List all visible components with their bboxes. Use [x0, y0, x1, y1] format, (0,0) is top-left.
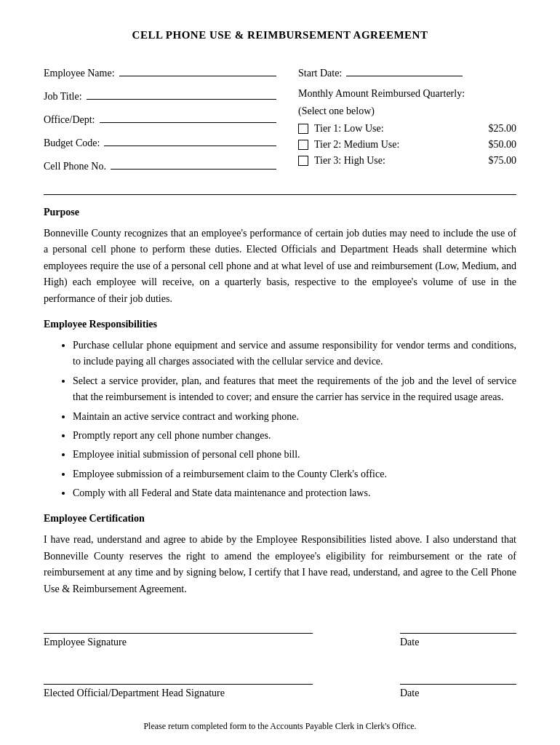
section-divider-1: [44, 194, 516, 195]
responsibilities-list: Purchase cellular phone equipment and se…: [73, 338, 516, 502]
elected-signature-block: Elected Official/Department Head Signatu…: [44, 670, 516, 699]
elected-sig-line[interactable]: [44, 670, 313, 685]
elected-date-label: Date: [400, 688, 516, 699]
elected-sig-label: Elected Official/Department Head Signatu…: [44, 688, 313, 699]
employee-date-label: Date: [400, 637, 516, 648]
purpose-heading: Purpose: [44, 207, 516, 218]
employee-date-line[interactable]: [400, 619, 516, 634]
form-left-column: Employee Name: Job Title: Office/Dept: B…: [44, 63, 276, 180]
tier-3-amount: $75.00: [489, 155, 517, 167]
budget-code-field: Budget Code:: [44, 133, 276, 149]
office-dept-input[interactable]: [100, 110, 277, 123]
certification-text: I have read, understand and agree to abi…: [44, 532, 516, 597]
office-dept-field: Office/Dept:: [44, 110, 276, 126]
tier-2-item: Tier 2: Medium Use: $50.00: [298, 139, 516, 151]
tier-3-item: Tier 3: High Use: $75.00: [298, 155, 516, 167]
elected-sig-line-container: Elected Official/Department Head Signatu…: [44, 670, 313, 699]
office-dept-label: Office/Dept:: [44, 114, 95, 126]
tier-3-label: Tier 3: High Use:: [314, 155, 489, 167]
start-date-input[interactable]: [346, 63, 463, 76]
certification-heading: Employee Certification: [44, 513, 516, 525]
footer-text: Please return completed form to the Acco…: [44, 721, 516, 732]
employee-sig-row: Employee Signature Date: [44, 619, 516, 648]
elected-sig-row: Elected Official/Department Head Signatu…: [44, 670, 516, 699]
select-one-label: (Select one below): [298, 105, 516, 117]
employee-name-label: Employee Name:: [44, 68, 115, 79]
tier-2-label: Tier 2: Medium Use:: [314, 139, 489, 151]
list-item: Promptly report any cell phone number ch…: [73, 428, 516, 444]
purpose-text: Bonneville County recognizes that an emp…: [44, 226, 516, 307]
elected-date-line[interactable]: [400, 670, 516, 685]
document-title: CELL PHONE USE & REIMBURSEMENT AGREEMENT: [44, 29, 516, 41]
list-item: Employee initial submission of personal …: [73, 447, 516, 463]
tier-1-checkbox[interactable]: [298, 124, 308, 134]
job-title-label: Job Title:: [44, 91, 82, 103]
start-date-label: Start Date:: [298, 68, 342, 79]
monthly-amount-label: Monthly Amount Reimbursed Quarterly:: [298, 87, 516, 101]
start-date-field: Start Date:: [298, 63, 516, 79]
employee-sig-label: Employee Signature: [44, 637, 313, 648]
tier-1-label: Tier 1: Low Use:: [314, 123, 489, 135]
job-title-field: Job Title:: [44, 87, 276, 103]
tier-1-item: Tier 1: Low Use: $25.00: [298, 123, 516, 135]
employee-name-input[interactable]: [119, 63, 276, 76]
tier-2-checkbox[interactable]: [298, 140, 308, 150]
list-item: Comply with all Federal and State data m…: [73, 485, 516, 501]
list-item: Select a service provider, plan, and fea…: [73, 373, 516, 406]
list-item: Purchase cellular phone equipment and se…: [73, 338, 516, 370]
employee-sig-line[interactable]: [44, 619, 313, 634]
employee-date-container: Date: [400, 619, 516, 648]
cell-phone-input[interactable]: [111, 156, 276, 170]
tier-2-amount: $50.00: [489, 139, 517, 151]
budget-code-label: Budget Code:: [44, 138, 100, 149]
cell-phone-field: Cell Phone No.: [44, 156, 276, 172]
employee-signature-block: Employee Signature Date: [44, 619, 516, 648]
list-item: Maintain an active service contract and …: [73, 409, 516, 425]
signature-section: Employee Signature Date Elected Official…: [44, 619, 516, 699]
cell-phone-label: Cell Phone No.: [44, 161, 106, 172]
list-item: Employee submission of a reimbursement c…: [73, 466, 516, 482]
employee-sig-line-container: Employee Signature: [44, 619, 313, 648]
employee-name-field: Employee Name:: [44, 63, 276, 79]
tier-3-checkbox[interactable]: [298, 156, 308, 166]
form-right-column: Start Date: Monthly Amount Reimbursed Qu…: [298, 63, 516, 180]
form-header: Employee Name: Job Title: Office/Dept: B…: [44, 63, 516, 180]
responsibilities-heading: Employee Responsibilities: [44, 319, 516, 330]
tier-1-amount: $25.00: [489, 123, 517, 135]
job-title-input[interactable]: [87, 87, 276, 100]
elected-date-container: Date: [400, 670, 516, 699]
budget-code-input[interactable]: [104, 133, 276, 146]
